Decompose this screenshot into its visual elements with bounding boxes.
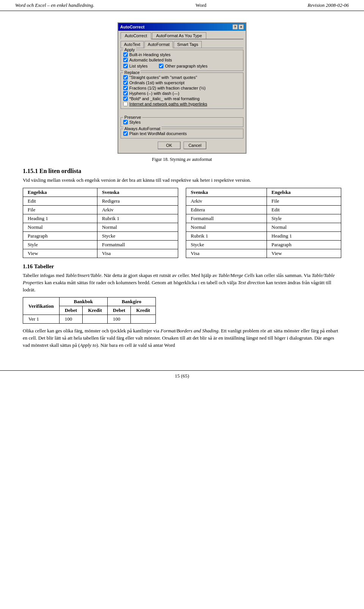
checkbox-auto-bullets-input[interactable] xyxy=(123,58,128,62)
checkbox-styles-label: Styles xyxy=(129,120,141,124)
subtab-autoformat[interactable]: AutoFormat xyxy=(144,41,173,48)
list-item: VisaView xyxy=(186,249,341,258)
ok-button[interactable]: OK xyxy=(158,142,180,149)
header-right: Revision 2008-02-06 xyxy=(308,2,349,8)
checkbox-internet-paths-label: Internet and network paths with hyperlin… xyxy=(129,102,207,106)
checkbox-ordinals-input[interactable] xyxy=(123,80,128,85)
dialog-title: AutoCorrect xyxy=(120,25,144,29)
subtab-autotext[interactable]: AutoText xyxy=(121,41,144,48)
always-autoformat-group: Always AutoFormat Plain text WordMail do… xyxy=(121,129,243,138)
checkbox-straight-quotes-label: "Straight quotes" with "smart quotes" xyxy=(129,75,197,80)
tab-autocorrect[interactable]: AutoCorrect xyxy=(121,32,151,39)
tab-autoformat-as-you-type[interactable]: AutoFormat As You Type xyxy=(152,32,206,39)
checkbox-auto-bullets-label: Automatic bulleted lists xyxy=(129,58,172,62)
vocab-table-right: Svenska Engelska ArkivFileEditeraEditFor… xyxy=(186,188,341,258)
replace-group: Replace "Straight quotes" with "smart qu… xyxy=(121,72,243,109)
accounting-table-wrap: Verifikation Bankbok Bankgiro Debet Kred… xyxy=(23,297,341,324)
checkbox-list-styles-label: List styles xyxy=(129,64,147,68)
list-item: StyleFormatmall xyxy=(23,240,178,249)
section-115-heading: 1.15.1 En liten ordlista xyxy=(23,168,341,175)
list-item: EditeraEdit xyxy=(186,205,341,214)
vocab-table-left-col1-header: Engelska xyxy=(23,188,97,197)
checkbox-styles: Styles xyxy=(123,120,241,124)
accounting-col-bankgiro: Bankgiro xyxy=(107,297,155,306)
checkbox-plain-text-label: Plain text WordMail documents xyxy=(129,131,187,136)
section-116: 1.16 Tabeller Tabeller infogas med Table… xyxy=(23,263,341,349)
dialog-help-button[interactable]: ? xyxy=(232,24,238,30)
list-item: NormalNormal xyxy=(186,223,341,231)
checkbox-straight-quotes: "Straight quotes" with "smart quotes" xyxy=(123,75,241,80)
page-header: Word och Excel – en enkel handledning. W… xyxy=(0,0,364,11)
table-row: Ver 1100100 xyxy=(23,315,156,324)
checkbox-internet-paths-input[interactable] xyxy=(123,102,128,106)
checkbox-hyphens-input[interactable] xyxy=(123,91,128,96)
always-autoformat-label: Always AutoFormat xyxy=(123,126,162,131)
vocab-table-right-col1-header: Svenska xyxy=(186,188,267,197)
checkbox-fractions: Fractions (1/2) with fraction character … xyxy=(123,86,241,90)
checkbox-ordinals-label: Ordinals (1st) with superscript xyxy=(129,80,185,85)
checkbox-builtin-heading-input[interactable] xyxy=(123,52,128,57)
list-item: Rubrik 1Heading 1 xyxy=(186,231,341,240)
checkbox-builtin-heading-label: Built-in Heading styles xyxy=(129,52,171,57)
accounting-col-bankgiro-debet: Debet xyxy=(107,306,131,315)
checkbox-plain-text: Plain text WordMail documents xyxy=(123,131,241,136)
dialog-sub-tab-strip: AutoText AutoFormat Smart Tags xyxy=(121,41,243,48)
list-item: FileArkiv xyxy=(23,205,178,214)
header-center: Word xyxy=(196,2,207,8)
list-item: FormatmallStyle xyxy=(186,214,341,223)
dialog-footer: OK Cancel xyxy=(121,142,243,151)
dialog-container: AutoCorrect ? × AutoCorrect AutoFormat A… xyxy=(23,22,341,154)
vocab-table-right-col2-header: Engelska xyxy=(267,188,341,197)
main-content: AutoCorrect ? × AutoCorrect AutoFormat A… xyxy=(0,11,364,359)
replace-group-label: Replace xyxy=(123,70,141,75)
checkbox-list-styles-input[interactable] xyxy=(123,64,128,68)
apply-group-label: Apply xyxy=(123,47,136,52)
checkbox-hyphens: Hyphens (--) with dash (—) xyxy=(123,91,241,96)
list-item: Heading 1Rubrik 1 xyxy=(23,214,178,223)
checkbox-auto-bullets: Automatic bulleted lists xyxy=(123,58,241,62)
list-item: NormalNormal xyxy=(23,223,178,231)
accounting-col-verifikation: Verifikation xyxy=(23,297,60,315)
checkbox-builtin-heading: Built-in Heading styles xyxy=(123,52,241,57)
cancel-button[interactable]: Cancel xyxy=(184,142,206,149)
checkbox-other-para-label: Other paragraph styles xyxy=(165,64,207,68)
checkbox-list-styles: List styles xyxy=(123,64,147,68)
dialog-titlebar-buttons: ? × xyxy=(232,24,244,30)
vocab-table-left: Engelska Svenska EditRedigeraFileArkivHe… xyxy=(23,188,178,258)
section-116-para1: Tabeller infogas med Table/Insert/Table.… xyxy=(23,272,341,294)
page-footer: 15 (65) xyxy=(0,370,364,379)
preserve-group-label: Preserve xyxy=(123,115,142,120)
subtab-smart-tags[interactable]: Smart Tags xyxy=(174,41,201,48)
checkbox-fractions-input[interactable] xyxy=(123,86,128,90)
checkbox-plain-text-input[interactable] xyxy=(123,131,128,136)
list-item: ViewVisa xyxy=(23,249,178,258)
accounting-col-bankgiro-kredit: Kredit xyxy=(131,306,156,315)
checkbox-straight-quotes-input[interactable] xyxy=(123,75,128,80)
section-115-intro: Vid växling mellan svensk och engelsk ve… xyxy=(23,177,341,184)
accounting-col-bankbok-debet: Debet xyxy=(59,306,83,315)
list-item: EditRedigera xyxy=(23,197,178,205)
page-number: 15 (65) xyxy=(175,373,189,379)
checkbox-other-para: Other paragraph styles xyxy=(159,64,207,68)
list-item: ArkivFile xyxy=(186,197,341,205)
checkbox-other-para-input[interactable] xyxy=(159,64,163,68)
section-116-para2: Olika celler kan ges olika färg, mönster… xyxy=(23,327,341,349)
checkbox-fractions-label: Fractions (1/2) with fraction character … xyxy=(129,86,206,90)
checkbox-bold-italic-label: *Bold* and _italic_ with real formatting xyxy=(129,96,199,101)
checkbox-bold-italic-input[interactable] xyxy=(123,96,128,101)
header-left: Word och Excel – en enkel handledning. xyxy=(15,2,94,8)
accounting-col-bankbok: Bankbok xyxy=(59,297,107,306)
list-item: ParagraphStycke xyxy=(23,231,178,240)
checkbox-ordinals: Ordinals (1st) with superscript xyxy=(123,80,241,85)
apply-group: Apply Built-in Heading styles Automatic … xyxy=(121,50,243,71)
checkbox-bold-italic: *Bold* and _italic_ with real formatting xyxy=(123,96,241,101)
preserve-group: Preserve Styles xyxy=(121,117,243,127)
dialog-tab-strip: AutoCorrect AutoFormat As You Type xyxy=(121,32,243,39)
checkbox-styles-input[interactable] xyxy=(123,120,128,124)
figure-caption: Figur 18. Styrning av autoformat xyxy=(23,157,341,162)
dialog-titlebar: AutoCorrect ? × xyxy=(118,23,246,31)
dialog-close-button[interactable]: × xyxy=(238,24,244,30)
checkbox-internet-paths: Internet and network paths with hyperlin… xyxy=(123,102,241,106)
accounting-col-bankbok-kredit: Kredit xyxy=(83,306,108,315)
accounting-table: Verifikation Bankbok Bankgiro Debet Kred… xyxy=(23,297,156,324)
